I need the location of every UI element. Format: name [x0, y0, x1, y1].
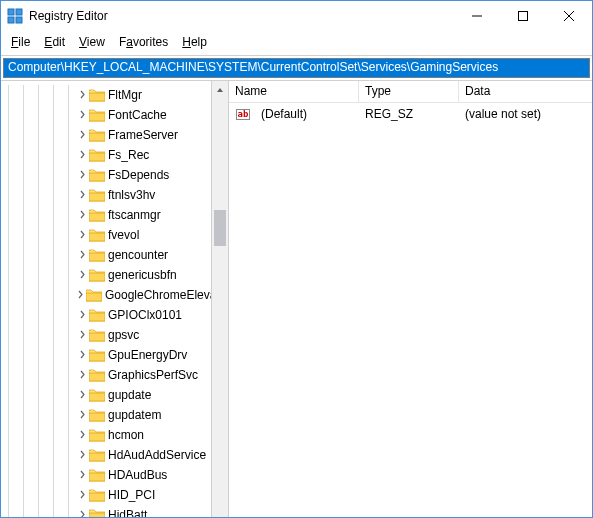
- menu-file[interactable]: File: [5, 33, 36, 51]
- tree-item-label: fvevol: [108, 228, 139, 242]
- svg-rect-0: [8, 9, 14, 15]
- tree-item[interactable]: gupdate: [1, 385, 211, 405]
- folder-icon: [89, 228, 105, 242]
- tree-item[interactable]: HidBatt: [1, 505, 211, 517]
- chevron-right-icon[interactable]: [76, 350, 88, 361]
- folder-icon: [89, 128, 105, 142]
- chevron-right-icon[interactable]: [76, 170, 88, 181]
- tree-item[interactable]: fvevol: [1, 225, 211, 245]
- tree-item[interactable]: GoogleChromeElevationService: [1, 285, 211, 305]
- chevron-right-icon[interactable]: [76, 390, 88, 401]
- tree-pane-container: FltMgrFontCacheFrameServerFs_RecFsDepend…: [1, 81, 229, 517]
- chevron-right-icon[interactable]: [76, 210, 88, 221]
- scroll-up-button[interactable]: [212, 81, 228, 98]
- tree-item[interactable]: FrameServer: [1, 125, 211, 145]
- svg-rect-39: [89, 393, 105, 401]
- tree-item[interactable]: GraphicsPerfSvc: [1, 365, 211, 385]
- tree-view[interactable]: FltMgrFontCacheFrameServerFs_RecFsDepend…: [1, 81, 211, 517]
- svg-rect-27: [89, 273, 105, 281]
- tree-item-label: hcmon: [108, 428, 144, 442]
- chevron-right-icon[interactable]: [76, 270, 88, 281]
- tree-item-label: FsDepends: [108, 168, 169, 182]
- tree-item[interactable]: gupdatem: [1, 405, 211, 425]
- menu-edit[interactable]: Edit: [38, 33, 71, 51]
- scroll-track[interactable]: [212, 98, 228, 517]
- folder-icon: [89, 408, 105, 422]
- tree-scrollbar-vertical[interactable]: [211, 81, 228, 517]
- list-pane: Name Type Data ab (Default) REG_SZ (valu…: [229, 81, 592, 517]
- chevron-right-icon[interactable]: [76, 130, 88, 141]
- folder-icon: [89, 168, 105, 182]
- list-body[interactable]: ab (Default) REG_SZ (value not set): [229, 103, 592, 517]
- svg-rect-41: [89, 413, 105, 421]
- tree-item[interactable]: ftnlsv3hv: [1, 185, 211, 205]
- svg-rect-47: [89, 473, 105, 481]
- tree-item[interactable]: FontCache: [1, 105, 211, 125]
- chevron-right-icon[interactable]: [76, 110, 88, 121]
- chevron-right-icon[interactable]: [76, 310, 88, 321]
- chevron-right-icon[interactable]: [76, 430, 88, 441]
- tree-item[interactable]: ftscanmgr: [1, 205, 211, 225]
- chevron-right-icon[interactable]: [76, 450, 88, 461]
- regedit-icon: [7, 8, 23, 24]
- folder-icon: [89, 188, 105, 202]
- maximize-button[interactable]: [500, 1, 546, 31]
- column-header-type[interactable]: Type: [359, 81, 459, 102]
- svg-rect-23: [89, 233, 105, 241]
- folder-icon: [89, 388, 105, 402]
- chevron-right-icon[interactable]: [76, 330, 88, 341]
- tree-item[interactable]: HID_PCI: [1, 485, 211, 505]
- tree-item[interactable]: HdAudAddService: [1, 445, 211, 465]
- chevron-right-icon[interactable]: [76, 510, 88, 518]
- svg-rect-51: [89, 513, 105, 517]
- body: FltMgrFontCacheFrameServerFs_RecFsDepend…: [1, 80, 592, 517]
- address-bar[interactable]: Computer\HKEY_LOCAL_MACHINE\SYSTEM\Curre…: [3, 58, 590, 78]
- menu-help[interactable]: Help: [176, 33, 213, 51]
- chevron-right-icon[interactable]: [76, 410, 88, 421]
- value-type: REG_SZ: [359, 107, 459, 121]
- svg-rect-17: [89, 173, 105, 181]
- tree-item[interactable]: FsDepends: [1, 165, 211, 185]
- tree-item[interactable]: HDAudBus: [1, 465, 211, 485]
- tree-item-label: GPIOClx0101: [108, 308, 182, 322]
- chevron-right-icon[interactable]: [76, 90, 88, 101]
- chevron-right-icon[interactable]: [76, 490, 88, 501]
- tree-item-label: gupdate: [108, 388, 151, 402]
- tree-item-label: Fs_Rec: [108, 148, 149, 162]
- minimize-button[interactable]: [454, 1, 500, 31]
- folder-icon: [89, 328, 105, 342]
- tree-item[interactable]: GPIOClx0101: [1, 305, 211, 325]
- folder-icon: [89, 88, 105, 102]
- tree-item[interactable]: gpsvc: [1, 325, 211, 345]
- chevron-right-icon[interactable]: [76, 470, 88, 481]
- menu-view[interactable]: View: [73, 33, 111, 51]
- chevron-right-icon[interactable]: [76, 190, 88, 201]
- tree-pane[interactable]: FltMgrFontCacheFrameServerFs_RecFsDepend…: [1, 81, 229, 517]
- string-value-icon: ab: [235, 106, 251, 122]
- tree-item[interactable]: GpuEnergyDrv: [1, 345, 211, 365]
- window: Registry Editor File Edit View Favorites…: [0, 0, 593, 518]
- tree-item-label: genericusbfn: [108, 268, 177, 282]
- chevron-right-icon[interactable]: [76, 250, 88, 261]
- list-row[interactable]: ab (Default) REG_SZ (value not set): [229, 105, 592, 123]
- folder-icon: [89, 208, 105, 222]
- folder-icon: [89, 368, 105, 382]
- chevron-right-icon[interactable]: [76, 230, 88, 241]
- tree-item-label: GraphicsPerfSvc: [108, 368, 198, 382]
- column-header-data[interactable]: Data: [459, 81, 592, 102]
- folder-icon: [89, 108, 105, 122]
- tree-item[interactable]: hcmon: [1, 425, 211, 445]
- tree-item[interactable]: gencounter: [1, 245, 211, 265]
- column-header-name[interactable]: Name: [229, 81, 359, 102]
- folder-icon: [89, 448, 105, 462]
- scroll-thumb[interactable]: [214, 210, 226, 246]
- tree-item[interactable]: Fs_Rec: [1, 145, 211, 165]
- chevron-right-icon[interactable]: [76, 370, 88, 381]
- chevron-right-icon[interactable]: [76, 290, 85, 301]
- tree-item[interactable]: genericusbfn: [1, 265, 211, 285]
- chevron-right-icon[interactable]: [76, 150, 88, 161]
- menu-favorites[interactable]: Favorites: [113, 33, 174, 51]
- tree-item[interactable]: FltMgr: [1, 85, 211, 105]
- close-button[interactable]: [546, 1, 592, 31]
- tree-item-label: gpsvc: [108, 328, 139, 342]
